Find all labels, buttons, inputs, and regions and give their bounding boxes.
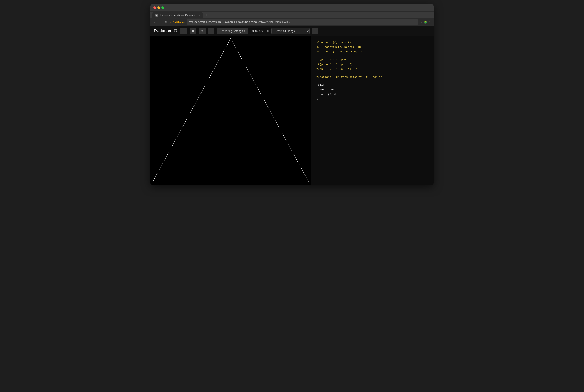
tab-title: Evolution - Functional Generati...: [160, 14, 197, 17]
new-tab-button[interactable]: +: [204, 12, 210, 18]
tab-favicon: e: [156, 14, 158, 17]
back-button[interactable]: ‹: [153, 20, 156, 24]
url-input[interactable]: [187, 20, 418, 24]
content-area: p1 = point(0, top) in p2 = point(left, b…: [150, 36, 434, 185]
close-button[interactable]: [153, 6, 156, 9]
browser-window: e Evolution - Functional Generati... × +…: [150, 4, 434, 185]
app-title: Evolution: [154, 29, 171, 33]
security-label: Not Secure: [173, 21, 185, 23]
next-icon: ›: [314, 29, 316, 32]
address-bar: ‹ › ↻ ⚠ Not Secure ☆ 🧩 ⋮: [150, 18, 434, 26]
code-line-9: functions,: [316, 88, 428, 92]
next-button[interactable]: ›: [312, 28, 318, 34]
shuffle-button[interactable]: ⇄: [190, 28, 196, 34]
rendering-settings-button[interactable]: Rendering Settings ▾: [216, 28, 248, 34]
github-icon[interactable]: [174, 28, 178, 33]
code-line-1: p1 = point(0, top) in: [316, 40, 428, 45]
app: Evolution ⏸ ⇄ ↺ ↓ Rendering Settings ▾ 5…: [150, 26, 434, 185]
code-line-3: p3 = point(right, bottom) in: [316, 50, 428, 54]
browser-icons: ☆ 🧩 ⋮: [420, 20, 431, 24]
pause-button[interactable]: ⏸: [180, 28, 187, 34]
reload-button[interactable]: ↻: [163, 20, 168, 24]
reset-icon: ↺: [201, 29, 204, 32]
code-empty-1: [316, 54, 428, 58]
menu-icon[interactable]: ⋮: [428, 20, 431, 24]
canvas-area: [150, 36, 311, 185]
traffic-lights: [153, 6, 164, 9]
counter-value: 58882 p/s: [250, 30, 262, 32]
tab-close-icon[interactable]: ×: [199, 14, 200, 16]
active-tab[interactable]: e Evolution - Functional Generati... ×: [152, 12, 203, 18]
rendering-settings-label: Rendering Settings ▾: [220, 30, 245, 32]
code-empty-2: [316, 72, 428, 75]
preset-select[interactable]: Serpinski triangle Dragon curve Barnsley…: [272, 28, 310, 34]
code-line-10: point(0, 0): [316, 92, 428, 97]
app-toolbar: Evolution ⏸ ⇄ ↺ ↓ Rendering Settings ▾ 5…: [150, 26, 434, 36]
code-empty-3: [316, 80, 428, 83]
code-line-4: f1(p) = 0.5 * (p + p1) in: [316, 58, 428, 62]
code-line-5: f2(p) = 0.5 * (p + p2) in: [316, 62, 428, 67]
code-line-2: p2 = point(left, bottom) in: [316, 45, 428, 50]
pause-icon: ⏸: [182, 29, 185, 32]
maximize-button[interactable]: [161, 6, 164, 9]
minimize-button[interactable]: [157, 6, 160, 9]
code-panel: p1 = point(0, top) in p2 = point(left, b…: [311, 36, 434, 185]
code-line-11: ): [316, 97, 428, 102]
title-bar: [150, 4, 434, 11]
download-icon: ↓: [210, 29, 212, 32]
forward-button[interactable]: ›: [158, 20, 162, 24]
code-line-7: functions = uniformChoice(f1, f2, f3) in: [316, 75, 428, 80]
warning-icon: ⚠: [170, 21, 172, 24]
download-button[interactable]: ↓: [208, 28, 214, 34]
security-warning: ⚠ Not Secure: [170, 21, 185, 24]
bookmark-icon[interactable]: ☆: [420, 20, 422, 24]
extensions-icon[interactable]: 🧩: [424, 20, 427, 24]
sierpinski-svg: [150, 36, 311, 185]
code-line-6: f3(p) = 0.5 * (p + p3) in: [316, 67, 428, 72]
counter-extra: 0: [267, 30, 269, 32]
reset-button[interactable]: ↺: [199, 28, 206, 34]
tab-bar: e Evolution - Functional Generati... × +: [150, 12, 434, 18]
code-line-8: roll(: [316, 83, 428, 87]
shuffle-icon: ⇄: [192, 29, 194, 32]
